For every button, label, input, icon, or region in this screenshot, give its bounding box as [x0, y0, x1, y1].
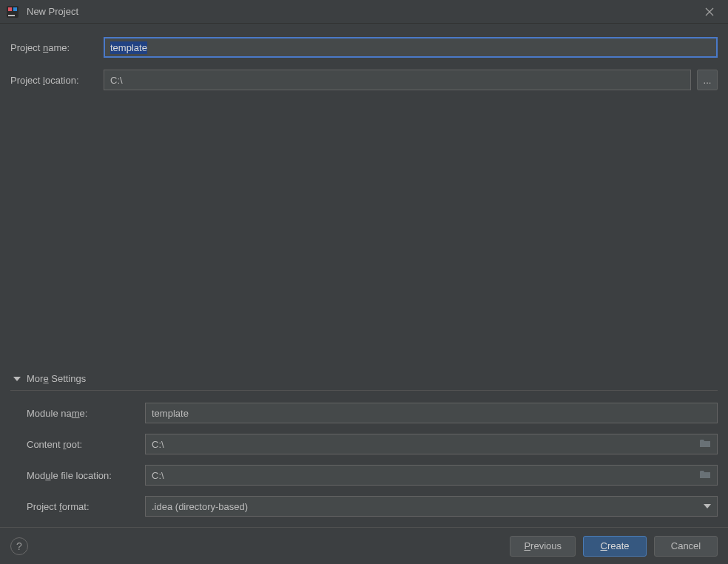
- folder-icon[interactable]: [699, 438, 711, 450]
- svg-rect-2: [13, 7, 17, 11]
- project-name-label: Project name:: [10, 42, 104, 53]
- module-file-location-label: Module file location:: [27, 470, 145, 481]
- more-settings-label: More Settings: [27, 373, 86, 384]
- project-format-row: Project format: .idea (directory-based): [27, 496, 718, 517]
- more-settings-panel: Module name: template Content root: C:\: [10, 403, 718, 520]
- module-name-row: Module name: template: [27, 403, 718, 423]
- footer: ? Previous Create Cancel: [0, 527, 728, 564]
- project-format-select[interactable]: .idea (directory-based): [145, 496, 718, 517]
- content-root-input[interactable]: C:\: [145, 434, 718, 454]
- project-location-label: Project location:: [10, 75, 104, 86]
- browse-location-button[interactable]: ...: [697, 70, 718, 90]
- module-file-location-row: Module file location: C:\: [27, 465, 718, 486]
- create-button[interactable]: Create: [583, 536, 647, 557]
- content-root-label: Content root:: [27, 439, 145, 450]
- content-root-row: Content root: C:\: [27, 434, 718, 454]
- previous-button[interactable]: Previous: [510, 536, 576, 557]
- svg-rect-3: [8, 15, 15, 16]
- more-settings-toggle[interactable]: More Settings: [10, 369, 718, 391]
- titlebar: New Project: [0, 0, 728, 24]
- close-button[interactable]: [698, 1, 721, 23]
- module-name-label: Module name:: [27, 408, 145, 419]
- chevron-down-icon: [13, 377, 21, 381]
- folder-icon[interactable]: [699, 469, 711, 481]
- project-name-row: Project name: template: [10, 37, 718, 58]
- chevron-down-icon: [704, 504, 711, 508]
- project-location-row: Project location: C:\ ...: [10, 70, 718, 90]
- module-name-input[interactable]: template: [145, 403, 718, 423]
- window-title: New Project: [27, 6, 78, 17]
- project-name-input[interactable]: template: [104, 37, 718, 58]
- svg-rect-1: [8, 7, 12, 11]
- app-icon: [6, 5, 19, 19]
- project-location-input[interactable]: C:\: [104, 70, 691, 90]
- module-file-location-input[interactable]: C:\: [145, 465, 718, 486]
- content-area: Project name: template Project location:…: [0, 24, 728, 527]
- help-button[interactable]: ?: [10, 537, 28, 555]
- project-format-label: Project format:: [27, 501, 145, 512]
- cancel-button[interactable]: Cancel: [654, 536, 718, 557]
